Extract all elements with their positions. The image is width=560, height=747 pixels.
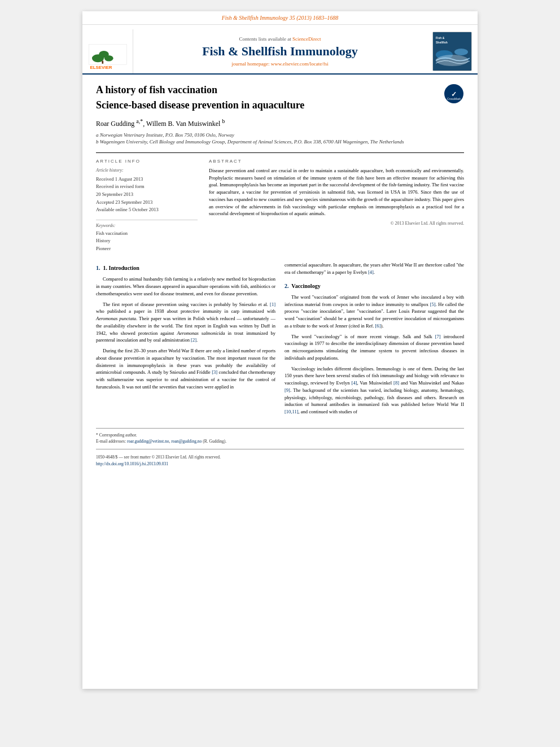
ref8: [8] (393, 380, 399, 386)
keywords-section: Keywords: Fish vaccination History Pione… (96, 222, 198, 253)
column-right: commercial aquaculture. In aquaculture, … (285, 261, 464, 419)
two-column-body: 1. 1. Introduction Compared to animal hu… (96, 261, 464, 419)
vaccinology-para2: The word "vaccinology" is of more recent… (285, 333, 464, 362)
email-addresses-line: E-mail addresses: roar.gudding@vetinst.n… (96, 438, 464, 444)
ref4: [4] (368, 269, 374, 275)
history-label: Article history: (96, 167, 198, 174)
journal-top-bar: Fish & Shellfish Immunology 35 (2013) 16… (82, 11, 478, 25)
email-name: (R. Gudding). (203, 439, 226, 444)
ref1: [1] (270, 302, 275, 307)
accepted-date: Accepted 23 September 2013 (96, 199, 198, 207)
article-title-line1: A history of fish vaccination (96, 84, 464, 97)
author-a-sup: a,* (136, 118, 143, 124)
revised-label: Received in revised form (96, 183, 198, 191)
vaccinology-para3: Vaccinology includes different disciplin… (285, 365, 464, 416)
vaccinology-para1: The word "vaccination" originated from t… (285, 294, 464, 330)
article-title-line2: Science-based disease prevention in aqua… (96, 99, 464, 112)
keyword-2: History (96, 237, 198, 245)
affiliation-a: a Norwegian Veterinary Institute, P.O. B… (96, 132, 464, 139)
svg-point-4 (104, 55, 113, 62)
intro-col2-p1: commercial aquaculture. In aquaculture, … (285, 261, 464, 276)
article-info-box: ARTICLE INFO Article history: Received 1… (96, 159, 198, 252)
abstract-box: ABSTRACT Disease prevention and control … (209, 159, 464, 252)
available-date: Available online 5 October 2013 (96, 206, 198, 214)
abstract-text: Disease prevention and control are cruci… (209, 167, 464, 217)
article-history: Article history: Received 1 August 2013 … (96, 167, 198, 214)
corresponding-author-note: * Corresponding author. (96, 432, 464, 438)
svg-text:CrossMark: CrossMark (447, 97, 461, 101)
email-label: E-mail addresses: (96, 439, 126, 444)
footer-notes: * Corresponding author. E-mail addresses… (96, 428, 464, 467)
info-abstract-section: ARTICLE INFO Article history: Received 1… (96, 152, 464, 252)
journal-url[interactable]: www.elsevier.com/locate/fsi (271, 61, 329, 67)
article-page: Fish & Shellfish Immunology 35 (2013) 16… (82, 11, 478, 689)
journal-title: Fish & Shellfish Immunology (202, 44, 358, 59)
issn-line: 1050-4648/$ — see front matter © 2013 El… (96, 454, 464, 460)
ref4b: [4] (352, 380, 357, 386)
ref9: [9] (285, 387, 290, 393)
copyright-line: © 2013 Elsevier Ltd. All rights reserved… (209, 221, 464, 226)
journal-citation: Fish & Shellfish Immunology 35 (2013) 16… (222, 15, 339, 21)
email-2[interactable]: roan@gudding.no (171, 439, 202, 444)
received-date: Received 1 August 2013 (96, 176, 198, 184)
journal-cover-image: Fish & Shellfish (433, 32, 472, 71)
ref7: [7] (435, 334, 441, 339)
journal-header-right: Fish & Shellfish (427, 29, 478, 73)
journal-header-left: ELSEVIER (82, 29, 133, 73)
affiliations: a Norwegian Veterinary Institute, P.O. B… (96, 132, 464, 146)
keyword-3: Pioneer (96, 245, 198, 253)
revised-date: 20 September 2013 (96, 191, 198, 199)
journal-thumbnail: Fish & Shellfish (432, 32, 472, 71)
author-b-sup: b (222, 118, 225, 124)
ref2: [2] (191, 337, 196, 343)
ref5: [5] (430, 302, 436, 307)
keyword-1: Fish vaccination (96, 230, 198, 238)
authors-line: Roar Gudding a,*, Willem B. Van Muiswink… (96, 118, 464, 128)
doi-link[interactable]: http://dx.doi.org/10.1016/j.fsi.2013.09.… (96, 461, 464, 467)
elsevier-logo-icon: ELSEVIER (88, 43, 128, 71)
ref3: [3] (212, 369, 217, 375)
svg-point-8 (436, 50, 453, 59)
svg-point-9 (454, 49, 468, 55)
svg-rect-5 (102, 61, 103, 64)
keywords-label: Keywords: (96, 222, 198, 230)
intro-para3: During the first 20–30 years after World… (96, 347, 275, 391)
intro-para2: The first report of disease prevention u… (96, 301, 275, 344)
email-1[interactable]: roar.gudding@vetinst.no (127, 439, 169, 444)
intro-para1: Compared to animal husbandry fish farmin… (96, 276, 275, 297)
journal-homepage: journal homepage: www.elsevier.com/locat… (231, 61, 328, 67)
journal-header-center: Contents lists available at ScienceDirec… (133, 29, 427, 73)
affiliation-b: b Wageningen University, Cell Biology an… (96, 138, 464, 146)
column-left: 1. 1. Introduction Compared to animal hu… (96, 261, 275, 419)
journal-header: ELSEVIER Contents lists available at Sci… (82, 25, 478, 75)
article-info-label: ARTICLE INFO (96, 159, 198, 164)
article-body: ✓ CrossMark A history of fish vaccinatio… (82, 75, 478, 476)
sciencedirect-link[interactable]: ScienceDirect (292, 36, 321, 42)
section2-heading: 2. Vaccinology (285, 282, 464, 290)
svg-text:Fish &: Fish & (436, 36, 445, 40)
svg-text:ELSEVIER: ELSEVIER (90, 65, 112, 70)
svg-text:Shellfish: Shellfish (436, 41, 448, 44)
ref10: [10,11] (285, 409, 298, 414)
crossmark-badge: ✓ CrossMark (444, 84, 464, 106)
section1-heading: 1. 1. Introduction (96, 264, 275, 272)
footer-divider (96, 449, 464, 449)
abstract-label: ABSTRACT (209, 159, 464, 164)
ref6: [6] (375, 323, 381, 329)
sciencedirect-text: Contents lists available at ScienceDirec… (239, 36, 321, 42)
